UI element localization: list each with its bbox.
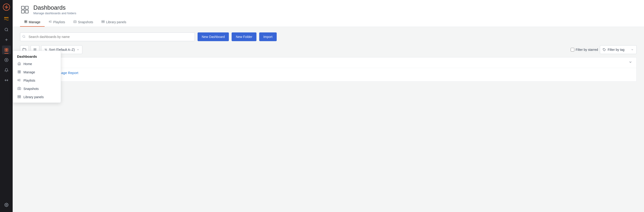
- svg-rect-13: [25, 6, 28, 9]
- popup-home-icon: [17, 62, 21, 66]
- svg-marker-44: [18, 79, 18, 81]
- dashboard-item-meta: General: [30, 75, 632, 79]
- filter-tag-dropdown[interactable]: Filter by tag: [600, 45, 637, 54]
- svg-point-11: [6, 204, 7, 206]
- dashboards-sidebar-btn[interactable]: [2, 46, 11, 54]
- svg-point-24: [74, 21, 76, 22]
- explore-sidebar-btn[interactable]: [2, 56, 11, 64]
- search-sidebar-btn[interactable]: [2, 25, 11, 34]
- tab-library-panels-icon: [102, 20, 105, 24]
- svg-rect-46: [18, 96, 19, 96]
- dashboard-item-title[interactable]: Athena Cost and Usage Report: [30, 71, 632, 75]
- content-area: New Dashboard New Folder Import Sort (De…: [13, 27, 644, 212]
- svg-point-10: [6, 60, 7, 61]
- svg-rect-47: [19, 96, 20, 96]
- page-header-icon: [20, 5, 30, 14]
- tab-library-panels[interactable]: Library panels: [97, 18, 130, 27]
- svg-rect-26: [103, 20, 104, 22]
- page-tabs: Manage Playlists: [20, 18, 637, 27]
- popup-manage-icon: [17, 70, 21, 74]
- popup-menu-item-playlists-label: Playlists: [24, 79, 35, 82]
- tab-snapshots-label: Snapshots: [78, 20, 93, 24]
- page-header: Dashboards Manage dashboards and folders…: [13, 0, 644, 27]
- popup-menu-item-home[interactable]: Home: [13, 60, 61, 68]
- icon-sidebar: aws: [0, 0, 13, 212]
- search-box: [20, 32, 195, 41]
- popup-snapshots-icon: [17, 87, 21, 91]
- svg-point-45: [19, 88, 20, 89]
- dashboard-list: General Athena Cost and Usage Report Gen…: [20, 57, 637, 82]
- svg-rect-40: [19, 72, 20, 73]
- popup-menu: Dashboards Home Manage Playlists: [13, 50, 61, 103]
- folder-chevron: [628, 60, 632, 65]
- filter-starred-text: Filter by starred: [576, 48, 598, 52]
- svg-rect-19: [26, 22, 27, 23]
- popup-menu-item-playlists[interactable]: Playlists: [13, 76, 61, 84]
- svg-rect-12: [22, 6, 24, 9]
- svg-rect-25: [102, 20, 103, 22]
- connections-sidebar-btn[interactable]: [2, 76, 11, 84]
- popup-playlists-icon: [17, 78, 21, 82]
- filter-starred-label[interactable]: Filter by starred: [571, 48, 598, 52]
- popup-menu-item-home-label: Home: [24, 62, 32, 66]
- alerts-sidebar-btn[interactable]: [2, 66, 11, 74]
- popup-menu-item-snapshots-label: Snapshots: [24, 87, 39, 90]
- tab-manage[interactable]: Manage: [20, 18, 44, 27]
- svg-rect-15: [25, 10, 28, 13]
- svg-rect-6: [6, 48, 8, 50]
- filter-starred-checkbox[interactable]: [571, 48, 574, 52]
- dashboard-item: Athena Cost and Usage Report General: [20, 68, 636, 82]
- sub-toolbar: Sort (Default A–Z) Filter by starred Fil…: [20, 45, 637, 54]
- popup-menu-item-manage-label: Manage: [24, 70, 35, 74]
- svg-rect-38: [19, 70, 20, 72]
- svg-rect-48: [18, 97, 19, 98]
- svg-rect-5: [5, 48, 6, 50]
- tab-manage-label: Manage: [29, 20, 40, 24]
- tab-playlists-label: Playlists: [53, 20, 65, 24]
- svg-rect-27: [102, 22, 103, 23]
- tab-playlists[interactable]: Playlists: [44, 18, 69, 27]
- svg-rect-39: [18, 72, 19, 73]
- popup-menu-item-manage[interactable]: Manage: [13, 68, 61, 76]
- search-input[interactable]: [20, 32, 195, 41]
- popup-menu-item-snapshots[interactable]: Snapshots: [13, 84, 61, 93]
- page-subtitle: Manage dashboards and folders: [33, 12, 76, 15]
- new-dashboard-button[interactable]: New Dashboard: [198, 32, 229, 41]
- tab-library-panels-label: Library panels: [106, 20, 126, 24]
- tab-playlists-icon: [49, 20, 52, 24]
- new-folder-button[interactable]: New Folder: [232, 32, 256, 41]
- folder-row[interactable]: General: [20, 58, 636, 68]
- add-sidebar-btn[interactable]: [2, 36, 11, 44]
- grafana-logo-btn[interactable]: [2, 3, 11, 12]
- popup-menu-item-library-panels[interactable]: Library panels: [13, 93, 61, 101]
- popup-library-panels-icon: [17, 95, 21, 99]
- search-icon: [22, 35, 26, 39]
- svg-rect-8: [6, 50, 8, 52]
- svg-rect-16: [24, 20, 26, 22]
- svg-point-29: [23, 35, 25, 37]
- tab-manage-icon: [24, 20, 27, 24]
- main-wrapper: Dashboards Manage dashboards and folders…: [13, 0, 644, 212]
- svg-rect-14: [22, 10, 24, 13]
- settings-sidebar-btn[interactable]: [2, 200, 11, 209]
- svg-point-9: [4, 58, 8, 62]
- svg-point-2: [5, 28, 8, 31]
- filter-tag-text: Filter by tag: [608, 48, 624, 52]
- svg-rect-49: [19, 97, 20, 98]
- tab-snapshots-icon: [73, 20, 76, 24]
- toolbar-row: New Dashboard New Folder Import: [20, 32, 637, 41]
- page-title: Dashboards: [33, 4, 76, 11]
- svg-rect-37: [18, 70, 19, 72]
- svg-marker-23: [49, 21, 50, 22]
- aws-logo-btn[interactable]: aws: [2, 14, 11, 22]
- svg-rect-28: [103, 22, 104, 23]
- svg-rect-17: [26, 20, 27, 22]
- svg-rect-18: [24, 22, 26, 23]
- popup-menu-title: Dashboards: [13, 52, 61, 60]
- import-button[interactable]: Import: [259, 32, 277, 41]
- popup-menu-item-library-panels-label: Library panels: [24, 95, 44, 99]
- svg-rect-7: [5, 50, 6, 52]
- tab-snapshots[interactable]: Snapshots: [69, 18, 97, 27]
